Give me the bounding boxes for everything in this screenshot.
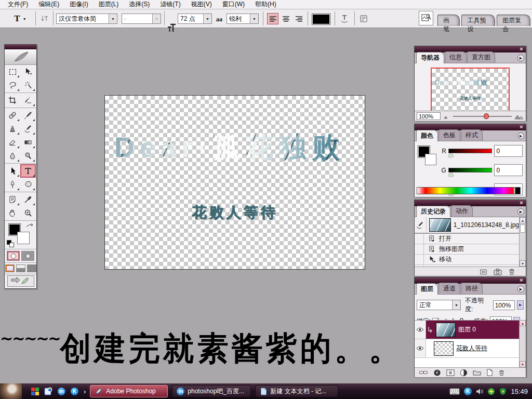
scroll-up-icon[interactable]: ▲ <box>520 217 526 223</box>
standard-mode-button[interactable] <box>7 251 20 261</box>
align-center-button[interactable] <box>280 13 291 24</box>
tab-color[interactable]: 颜色 <box>416 130 438 141</box>
close-icon[interactable]: × <box>518 46 525 52</box>
history-snapshot-row[interactable]: 1_101206134248_8.jpg <box>415 217 519 234</box>
scrollbar-thumb[interactable] <box>520 224 525 233</box>
history-state-row[interactable]: 拖移图层 <box>415 244 519 255</box>
layer-mask-icon[interactable] <box>446 369 455 376</box>
menu-view[interactable]: 视图(V) <box>187 0 217 9</box>
scroll-down-icon[interactable]: ▼ <box>520 260 526 267</box>
close-icon[interactable]: × <box>518 277 525 284</box>
tab-actions[interactable]: 动作 <box>451 205 473 217</box>
tab-info[interactable]: 信息 <box>445 51 467 63</box>
history-source-checkbox[interactable] <box>415 255 424 264</box>
zoom-in-icon[interactable] <box>514 113 524 119</box>
close-icon[interactable]: × <box>518 124 525 130</box>
move-tool[interactable] <box>20 65 36 78</box>
panel-menu-icon[interactable]: ▶ <box>517 132 524 139</box>
tab-navigator[interactable]: 导航器 <box>416 52 444 63</box>
well-tab-brushes[interactable]: 画笔 <box>437 15 460 26</box>
rect-marquee-tool[interactable] <box>5 65 20 78</box>
new-document-from-state-icon[interactable] <box>480 268 487 275</box>
fullscreen-button[interactable] <box>27 264 36 272</box>
text-orientation-button[interactable] <box>38 13 51 24</box>
new-snapshot-icon[interactable] <box>494 268 502 275</box>
menu-file[interactable]: 文件(F) <box>3 0 33 9</box>
quick-launch-expand-icon[interactable]: › <box>84 388 86 395</box>
navigator-preview[interactable]: Dear·孤花独败 花败人等待 <box>431 68 510 117</box>
kugou-tray-icon[interactable]: K <box>464 388 472 395</box>
trash-icon[interactable] <box>508 268 515 275</box>
channel-slider-r[interactable] <box>448 149 492 153</box>
menu-window[interactable]: 窗口(W) <box>218 0 249 9</box>
volume-tray-icon[interactable] <box>476 388 483 395</box>
panel-menu-icon[interactable]: ▶ <box>517 55 524 61</box>
path-selection-tool[interactable] <box>5 164 20 178</box>
tab-swatches[interactable]: 色板 <box>438 129 460 141</box>
history-state-row[interactable]: 打开 <box>415 234 519 244</box>
tab-histogram[interactable]: 直方图 <box>467 51 495 63</box>
font-size-select[interactable]: 72 点 ▼ <box>178 14 212 24</box>
default-colors-icon-bg[interactable] <box>9 243 14 247</box>
dodge-tool[interactable] <box>20 149 36 163</box>
layer-row-image[interactable]: 图层 0 <box>415 321 519 339</box>
menu-edit[interactable]: 编辑(E) <box>34 0 64 9</box>
zoom-tool[interactable] <box>20 206 36 220</box>
shield-tray-icon[interactable] <box>499 388 507 395</box>
opacity-field[interactable]: 100% <box>493 300 515 310</box>
slice-tool[interactable] <box>20 94 36 107</box>
file-browser-button[interactable] <box>419 11 433 25</box>
link-layers-icon[interactable] <box>419 370 428 375</box>
eyedropper-tool[interactable] <box>20 193 36 206</box>
menu-filter[interactable]: 滤镜(T) <box>155 0 185 9</box>
standard-screen-button[interactable] <box>5 264 15 272</box>
history-brush-tool[interactable] <box>20 122 36 136</box>
chevron-down-icon[interactable]: ▼ <box>250 14 258 23</box>
align-left-button[interactable] <box>267 13 278 24</box>
start-avatar[interactable] <box>0 383 22 399</box>
toggle-palettes-button[interactable] <box>357 12 370 25</box>
history-brush-source[interactable] <box>415 217 427 233</box>
channel-slider-g[interactable] <box>448 168 492 172</box>
new-group-icon[interactable] <box>473 369 481 376</box>
color-background-swatch[interactable] <box>425 154 436 165</box>
layers-scrollbar[interactable]: ▲ ▼ <box>519 320 526 367</box>
document-canvas[interactable]: Dear·孤花独败 花败人等待 <box>104 95 365 270</box>
zoom-slider[interactable] <box>453 116 512 117</box>
crop-tool[interactable] <box>5 94 20 107</box>
color-spectrum-bar[interactable] <box>417 187 521 194</box>
jump-to-imageready-button[interactable] <box>7 275 34 287</box>
antivirus-tray-icon[interactable] <box>487 388 495 395</box>
layer-style-icon[interactable] <box>433 369 441 377</box>
opacity-spinner-icon[interactable]: ▶ <box>517 300 524 310</box>
type-tool[interactable] <box>20 164 36 178</box>
text-color-swatch[interactable] <box>312 14 330 25</box>
brush-tool[interactable] <box>20 109 36 122</box>
keyboard-tray-icon[interactable] <box>449 388 460 395</box>
panel-menu-icon[interactable]: ▶ <box>517 286 524 292</box>
slider-thumb-icon[interactable] <box>448 172 454 176</box>
tab-history[interactable]: 历史记录 <box>416 206 450 217</box>
magic-wand-tool[interactable] <box>20 78 36 92</box>
task-photoshop[interactable]: Adobe Photoshop <box>90 385 168 397</box>
layer-thumbnail[interactable] <box>436 323 456 337</box>
layer-name[interactable]: 图层 0 <box>458 325 476 334</box>
tab-paths[interactable]: 路径 <box>461 283 483 294</box>
well-tab-layer-comps[interactable]: 图层复合 <box>497 15 530 26</box>
new-layer-icon[interactable] <box>486 369 493 376</box>
zoom-out-icon[interactable] <box>443 114 450 119</box>
history-scrollbar[interactable]: ▲ ▼ <box>519 217 526 267</box>
tool-preset-picker[interactable]: T ▼ <box>8 12 32 25</box>
eraser-tool[interactable] <box>5 136 20 149</box>
tab-channels[interactable]: 通道 <box>438 283 460 294</box>
zoom-percent-field[interactable]: 100% <box>417 112 441 120</box>
task-maxthon[interactable]: m photoshop吧_百度... <box>172 385 251 397</box>
font-style-select[interactable]: - ▼ <box>122 14 161 24</box>
history-state-row[interactable]: 移动 <box>415 255 519 265</box>
font-family-select[interactable]: 汉仪雪君体简 ▼ <box>56 14 117 24</box>
quick-launch-maxthon-icon[interactable]: m <box>58 388 65 395</box>
quick-launch-kugou-icon[interactable]: K <box>71 388 78 395</box>
fullscreen-menubar-button[interactable] <box>16 264 25 272</box>
quick-launch-browser-icon[interactable] <box>44 387 52 395</box>
zoom-slider-thumb[interactable] <box>484 113 489 119</box>
